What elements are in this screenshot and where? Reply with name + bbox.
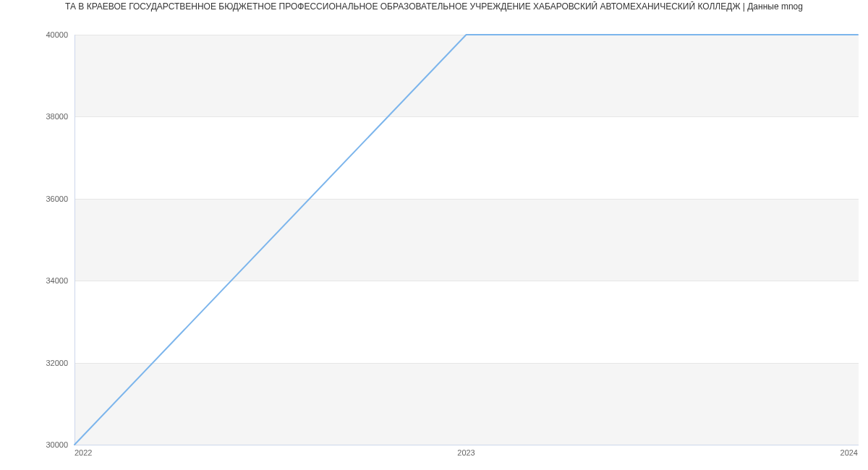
x-tick-label: 2024: [841, 448, 858, 457]
y-tick-label: 32000: [10, 359, 68, 367]
y-tick-label: 34000: [10, 276, 68, 285]
chart-title: ТА В КРАЕВОЕ ГОСУДАРСТВЕННОЕ БЮДЖЕТНОЕ П…: [0, 1, 868, 12]
y-tick-label: 40000: [10, 30, 68, 39]
y-tick-label: 38000: [10, 112, 68, 121]
chart-container: ТА В КРАЕВОЕ ГОСУДАРСТВЕННОЕ БЮДЖЕТНОЕ П…: [0, 0, 868, 470]
x-tick-label: 2023: [457, 448, 475, 457]
y-tick-label: 30000: [10, 440, 68, 449]
line-series: [75, 35, 858, 445]
x-tick-label: 2022: [75, 448, 92, 457]
y-tick-label: 36000: [10, 195, 68, 203]
